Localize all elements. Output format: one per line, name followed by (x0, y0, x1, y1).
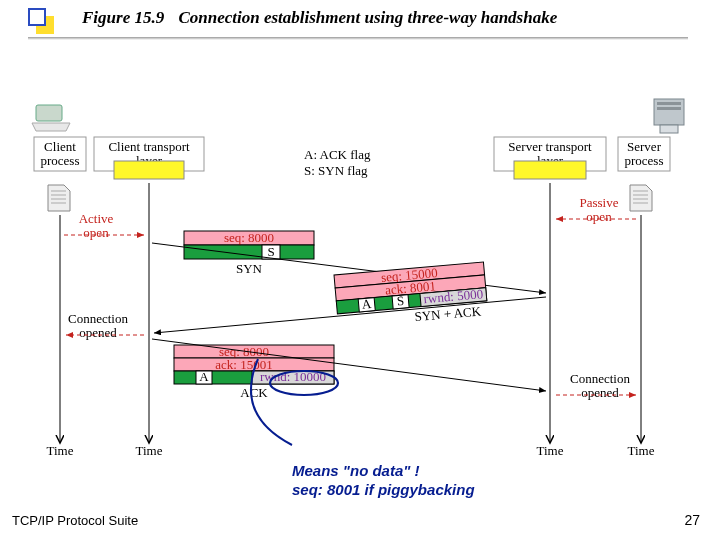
svg-rect-4 (660, 125, 678, 133)
server-transport-box: Server transportlayer (494, 137, 606, 179)
client-transport-box: Client transportlayer (94, 137, 204, 179)
handshake-diagram: Clientprocess Client transportlayer Serv… (24, 75, 696, 455)
laptop-icon (32, 105, 70, 131)
legend-ack: A: ACK flag (304, 147, 371, 162)
svg-text:Clientprocess: Clientprocess (41, 139, 80, 168)
server-process-box: Serverprocess (618, 137, 670, 171)
time-label: Time (537, 443, 564, 455)
active-open-label: Activeopen (79, 211, 114, 240)
syn-segment: seq: 8000 S SYN (184, 230, 314, 276)
title-rule (28, 37, 688, 39)
svg-rect-12 (514, 161, 586, 179)
svg-rect-0 (36, 105, 62, 121)
page-number: 27 (684, 512, 700, 528)
client-process-box: Clientprocess (34, 137, 86, 171)
synack-segment: seq: 15000 ack: 8001 A S rwnd: 5000 SYN … (334, 261, 488, 331)
svg-rect-2 (657, 102, 681, 105)
passive-open-label: Passiveopen (580, 195, 619, 224)
callout-line2: seq: 8001 if piggybacking (292, 481, 475, 500)
time-label: Time (136, 443, 163, 455)
callout-line1: Means "no data" ! (292, 462, 475, 481)
footer-title: TCP/IP Protocol Suite (12, 513, 138, 528)
figure-number: Figure 15.9 (82, 8, 164, 27)
svg-rect-3 (657, 107, 681, 110)
time-label: Time (47, 443, 74, 455)
svg-text:ACK: ACK (240, 385, 268, 400)
svg-text:seq: 8000: seq: 8000 (224, 230, 274, 245)
slide-logo (28, 8, 56, 36)
legend-syn: S: SYN flag (304, 163, 368, 178)
time-label: Time (628, 443, 655, 455)
svg-text:S: S (267, 244, 274, 259)
figure-title: Figure 15.9 Connection establishment usi… (82, 8, 557, 28)
conn-opened-left: Connectionopened (68, 311, 128, 340)
doc-icon (48, 185, 70, 211)
svg-text:A: A (199, 369, 209, 384)
svg-rect-25 (184, 245, 314, 259)
figure-caption: Connection establishment using three-way… (178, 8, 557, 27)
svg-text:SYN: SYN (236, 261, 263, 276)
server-icon (654, 99, 684, 133)
callout-text: Means "no data" ! seq: 8001 if piggyback… (292, 462, 475, 500)
svg-rect-9 (114, 161, 184, 179)
svg-text:Serverprocess: Serverprocess (625, 139, 664, 168)
doc-icon (630, 185, 652, 211)
svg-text:S: S (396, 293, 405, 309)
conn-opened-right: Connectionopened (570, 371, 630, 400)
